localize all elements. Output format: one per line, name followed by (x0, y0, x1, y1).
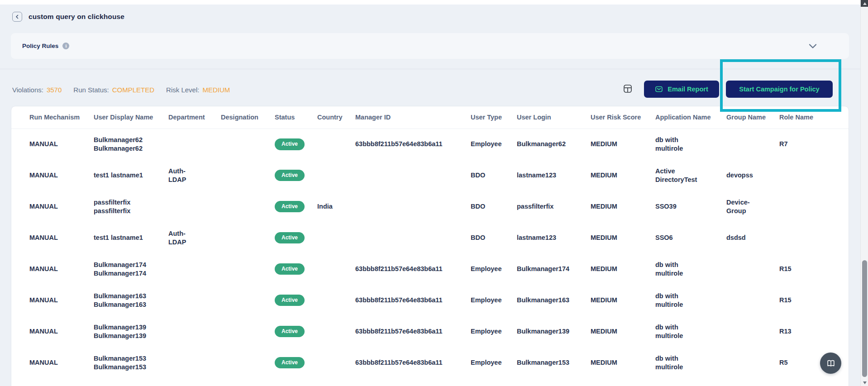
cell-group_name (726, 129, 779, 160)
column-header-run_mechanism[interactable]: Run Mechanism (11, 106, 94, 129)
cell-user_risk_score: MEDIUM (591, 129, 655, 160)
cell-role_name: R15 (779, 253, 849, 285)
policy-rules-panel[interactable]: Policy Rules i (11, 33, 849, 59)
column-header-role_name[interactable]: Role Name (779, 106, 849, 129)
table-columns-icon[interactable] (623, 84, 633, 94)
cell-application_name: SSO39 (655, 191, 726, 222)
cell-department (168, 347, 221, 378)
cell-user_risk_score: MEDIUM (591, 316, 655, 347)
cell-group_name (726, 347, 779, 378)
risk-level: Risk Level: MEDIUM (166, 86, 230, 94)
cell-department: Auth- LDAP (168, 222, 221, 253)
triangle-up-icon (863, 2, 867, 5)
cell-country (317, 160, 355, 191)
column-header-user_type[interactable]: User Type (471, 106, 517, 129)
cell-manager_id (355, 160, 471, 191)
cell-user_type: Employee (471, 285, 517, 316)
cell-user_display_name: test1 lastname1 (94, 160, 168, 191)
violations-count: 3570 (47, 86, 62, 94)
cell-application_name: db with multirole (655, 285, 726, 316)
table-row: MANUALBulkmanager163 Bulkmanager163Activ… (11, 285, 849, 316)
cell-designation (221, 191, 275, 222)
column-header-user_risk_score[interactable]: User Risk Score (591, 106, 655, 129)
triangle-down-icon (863, 381, 867, 384)
cell-user_login: Bulkmanager163 (517, 285, 591, 316)
column-header-designation[interactable]: Designation (221, 106, 275, 129)
cell-user_login: Bulkmanager174 (517, 253, 591, 285)
column-header-user_login[interactable]: User Login (517, 106, 591, 129)
chevron-down-icon[interactable] (808, 43, 817, 49)
scroll-up-arrow[interactable] (861, 0, 868, 7)
back-button[interactable] (12, 12, 22, 22)
cell-user_login: Bulkmanager139 (517, 316, 591, 347)
info-icon[interactable]: i (62, 43, 69, 49)
start-campaign-button[interactable]: Start Campaign for Policy (726, 81, 833, 98)
cell-designation (221, 347, 275, 378)
cell-user_login: lastname123 (517, 160, 591, 191)
cell-manager_id: 63bbb8f211b57e64e83b6a11 (355, 253, 471, 285)
cell-manager_id: 63bbb8f211b57e64e83b6a11 (355, 316, 471, 347)
cell-status: Active (275, 347, 317, 378)
cell-designation (221, 129, 275, 160)
cell-user_risk_score: MEDIUM (591, 191, 655, 222)
cell-user_type: BDO (471, 160, 517, 191)
cell-role_name: R7 (779, 129, 849, 160)
cell-role_name: R13 (779, 316, 849, 347)
cell-country (317, 253, 355, 285)
cell-group_name (726, 316, 779, 347)
column-header-department[interactable]: Department (168, 106, 221, 129)
status-bar: Violations: 3570 Run Status: COMPLETED R… (12, 86, 230, 94)
cell-user_risk_score: MEDIUM (591, 253, 655, 285)
cell-role_name (779, 191, 849, 222)
cell-manager_id (355, 222, 471, 253)
status-badge: Active (275, 326, 305, 338)
cell-run_mechanism: MANUAL (11, 285, 94, 316)
email-report-button[interactable]: Email Report (644, 81, 719, 98)
cell-department (168, 129, 221, 160)
cell-status: Active (275, 160, 317, 191)
risk-level-value: MEDIUM (202, 86, 230, 94)
cell-application_name: db with multirole (655, 347, 726, 378)
table-row: MANUALpassfilterfix passfilterfixActiveI… (11, 191, 849, 222)
page-title: custom query on clickhouse (29, 13, 124, 21)
cell-designation (221, 253, 275, 285)
cell-status: Active (275, 253, 317, 285)
violations-table-card: Run MechanismUser Display NameDepartment… (11, 106, 849, 386)
cell-user_login: Bulkmanager62 (517, 129, 591, 160)
email-icon (655, 85, 663, 93)
cell-user_display_name: Bulkmanager174 Bulkmanager174 (94, 253, 168, 285)
cell-run_mechanism: MANUAL (11, 160, 94, 191)
cell-country (317, 285, 355, 316)
cell-user_display_name: Bulkmanager163 Bulkmanager163 (94, 285, 168, 316)
column-header-user_display_name[interactable]: User Display Name (94, 106, 168, 129)
column-header-group_name[interactable]: Group Name (726, 106, 779, 129)
cell-group_name: Device- Group (726, 191, 779, 222)
cell-run_mechanism: MANUAL (11, 253, 94, 285)
cell-application_name: db with multirole (655, 253, 726, 285)
cell-role_name (779, 160, 849, 191)
cell-status: Active (275, 316, 317, 347)
cell-designation (221, 285, 275, 316)
cell-application_name: SSO6 (655, 222, 726, 253)
cell-status: Active (275, 285, 317, 316)
scrollbar-thumb[interactable] (862, 260, 867, 377)
cell-designation (221, 316, 275, 347)
cell-run_mechanism: MANUAL (11, 129, 94, 160)
vertical-scrollbar[interactable] (860, 0, 868, 386)
status-badge: Active (275, 295, 305, 306)
cell-department (168, 316, 221, 347)
cell-user_display_name: passfilterfix passfilterfix (94, 191, 168, 222)
column-header-application_name[interactable]: Application Name (655, 106, 726, 129)
table-row: MANUALBulkmanager153 Bulkmanager153Activ… (11, 347, 849, 378)
policy-rules-title: Policy Rules (22, 43, 58, 49)
status-badge: Active (275, 170, 305, 181)
cell-country (317, 347, 355, 378)
column-header-status[interactable]: Status (275, 106, 317, 129)
run-status-value: COMPLETED (112, 86, 154, 94)
table-row: MANUALBulkmanager62 Bulkmanager62Active6… (11, 129, 849, 160)
column-header-manager_id[interactable]: Manager ID (355, 106, 471, 129)
column-header-country[interactable]: Country (317, 106, 355, 129)
scroll-down-arrow[interactable] (861, 379, 868, 386)
help-docs-fab[interactable] (820, 353, 841, 374)
cell-user_risk_score: MEDIUM (591, 160, 655, 191)
